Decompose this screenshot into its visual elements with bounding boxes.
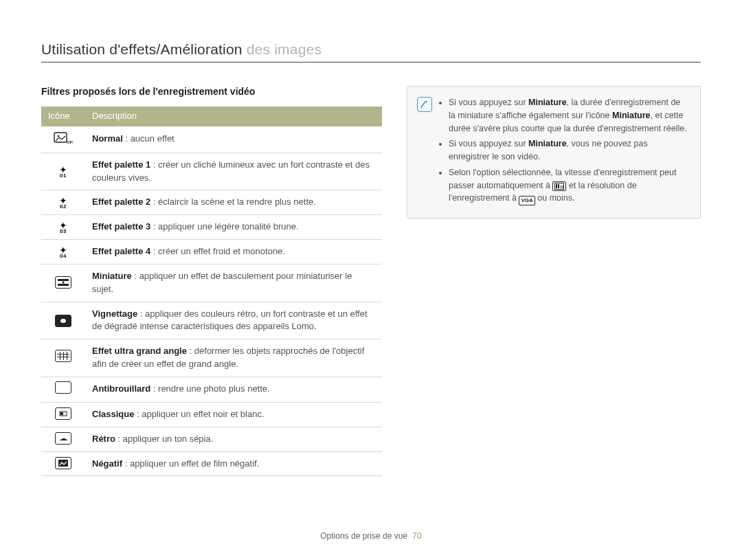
icon-cell <box>41 427 85 451</box>
filter-name: Effet palette 3 <box>92 221 150 232</box>
svg-rect-10 <box>558 184 559 188</box>
fisheye-icon <box>55 350 71 362</box>
table-row: OFFNormal : aucun effet <box>41 126 382 153</box>
filter-name: Négatif <box>92 458 122 469</box>
filter-name: Classique <box>92 409 134 419</box>
classic-icon <box>55 407 71 420</box>
table-row: ✦02Effet palette 2 : éclaircir la scène … <box>41 190 382 215</box>
description-cell: Normal : aucun effet <box>85 126 382 153</box>
filter-off-icon: OFF <box>54 131 73 144</box>
col-header-icon: Icône <box>41 107 85 126</box>
table-row: Miniature : appliquer un effet de bascul… <box>41 264 382 302</box>
table-row: ✦01Effet palette 1 : créer un cliché lum… <box>41 153 382 190</box>
description-cell: Effet palette 2 : éclaircir la scène et … <box>85 190 382 215</box>
filter-name: Effet palette 2 <box>92 197 150 207</box>
description-cell: Rétro : appliquer un ton sépia. <box>85 427 382 451</box>
description-cell: Effet palette 1 : créer un cliché lumine… <box>85 153 382 190</box>
icon-cell <box>41 302 85 339</box>
icon-cell: ✦04 <box>41 240 85 265</box>
description-cell: Miniature : appliquer un effet de bascul… <box>85 264 382 302</box>
filter-name: Effet palette 4 <box>92 246 150 256</box>
filter-desc: : aucun effet <box>123 133 175 144</box>
description-cell: Effet palette 4 : créer un effet froid e… <box>85 240 382 265</box>
svg-rect-9 <box>556 184 557 188</box>
filter-desc: : rendre une photo plus nette. <box>150 383 269 394</box>
filter-name: Effet palette 1 <box>92 159 150 170</box>
svg-rect-7 <box>60 412 63 415</box>
table-row: Classique : appliquer un effet noir et b… <box>41 402 382 427</box>
title-divider <box>41 62 701 63</box>
svg-rect-4 <box>58 284 69 286</box>
description-cell: Négatif : appliquer un effet de film nég… <box>85 451 382 476</box>
note-box: Si vous appuyez sur Miniature, la durée … <box>407 86 701 219</box>
icon-cell <box>41 264 85 302</box>
palette-3-icon: ✦03 <box>59 221 67 234</box>
icon-cell <box>41 402 85 427</box>
svg-rect-3 <box>58 279 69 281</box>
note-bold: Miniature <box>528 139 567 148</box>
icon-cell <box>41 377 85 402</box>
filters-table: Icône Description OFFNormal : aucun effe… <box>41 107 382 476</box>
filter-name: Miniature <box>92 271 132 281</box>
filter-name: Antibrouillard <box>92 383 150 394</box>
miniature-icon <box>55 276 71 289</box>
page-title: Utilisation d'effets/Amélioration des im… <box>41 41 701 58</box>
table-row: Rétro : appliquer un ton sépia. <box>41 427 382 451</box>
icon-cell <box>41 339 85 377</box>
defog-icon <box>55 381 71 394</box>
table-row: Effet ultra grand angle : déformer les o… <box>41 339 382 377</box>
retro-icon <box>55 432 71 445</box>
section-heading: Filtres proposés lors de l'enregistremen… <box>41 86 382 97</box>
vignette-icon <box>55 315 71 327</box>
table-row: Antibrouillard : rendre une photo plus n… <box>41 377 382 402</box>
vga-icon: VGA <box>519 196 535 205</box>
palette-2-icon: ✦02 <box>59 196 67 210</box>
filter-desc: : appliquer un ton sépia. <box>115 434 213 444</box>
note-list: Si vous appuyez sur Miniature, la durée … <box>439 96 689 208</box>
svg-text:15: 15 <box>560 185 564 189</box>
palette-1-icon: ✦01 <box>59 165 67 179</box>
note-item: Selon l'option sélectionnée, la vitesse … <box>449 166 689 206</box>
col-header-description: Description <box>85 107 382 126</box>
filter-desc: : créer un effet froid et monotone. <box>150 246 285 256</box>
table-row: ✦04Effet palette 4 : créer un effet froi… <box>41 240 382 265</box>
footer-page-number: 70 <box>412 531 421 541</box>
icon-cell: OFF <box>41 126 85 153</box>
filter-desc: : appliquer une légère tonalité brune. <box>150 221 298 232</box>
svg-point-1 <box>58 135 60 137</box>
filter-desc: : appliquer un effet noir et blanc. <box>134 409 264 419</box>
note-item: Si vous appuyez sur Miniature, la durée … <box>449 96 689 135</box>
svg-text:OFF: OFF <box>67 140 73 144</box>
palette-4-icon: ✦04 <box>59 245 67 259</box>
page-title-strong: Utilisation d'effets/Amélioration <box>41 41 247 57</box>
description-cell: Classique : appliquer un effet noir et b… <box>85 402 382 427</box>
negative-icon <box>55 457 71 469</box>
fps-icon: 15 <box>552 181 566 191</box>
filter-name: Normal <box>92 133 123 144</box>
description-cell: Antibrouillard : rendre une photo plus n… <box>85 377 382 402</box>
description-cell: Vignettage : appliquer des couleurs rétr… <box>85 302 382 339</box>
filter-desc: : éclaircir la scène et la rendre plus n… <box>150 197 316 207</box>
note-item: Si vous appuyez sur Miniature, vous ne p… <box>449 137 689 164</box>
description-cell: Effet palette 3 : appliquer une légère t… <box>85 215 382 240</box>
page-title-dim: des images <box>247 41 322 57</box>
icon-cell <box>41 451 85 476</box>
table-row: ✦03Effet palette 3 : appliquer une légèr… <box>41 215 382 240</box>
filter-desc: : appliquer un effet de film négatif. <box>122 458 259 469</box>
description-cell: Effet ultra grand angle : déformer les o… <box>85 339 382 377</box>
table-row: Négatif : appliquer un effet de film nég… <box>41 451 382 476</box>
page-footer: Options de prise de vue 70 <box>0 531 742 541</box>
filter-name: Rétro <box>92 434 115 444</box>
icon-cell: ✦03 <box>41 215 85 240</box>
filter-name: Effet ultra grand angle <box>92 346 187 356</box>
footer-section: Options de prise de vue <box>320 531 407 541</box>
icon-cell: ✦01 <box>41 153 85 190</box>
note-bold: Miniature <box>528 98 567 107</box>
svg-point-5 <box>63 281 65 283</box>
filter-name: Vignettage <box>92 309 137 319</box>
note-icon <box>417 97 432 112</box>
table-row: Vignettage : appliquer des couleurs rétr… <box>41 302 382 339</box>
note-bold: Miniature <box>612 111 651 120</box>
icon-cell: ✦02 <box>41 190 85 215</box>
